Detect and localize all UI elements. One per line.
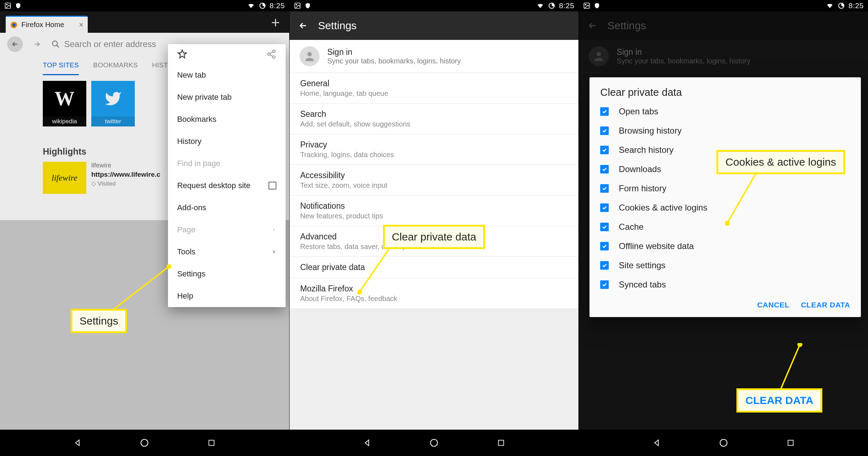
back-button[interactable] — [7, 36, 23, 52]
checkbox-checked-icon[interactable] — [600, 280, 609, 289]
checkbox-checked-icon[interactable] — [600, 126, 609, 135]
settings-item-mozilla-firefox[interactable]: Mozilla FirefoxAbout Firefox, FAQs, feed… — [290, 278, 579, 309]
dialog-option-site-settings[interactable]: Site settings — [589, 256, 861, 275]
checkbox-checked-icon[interactable] — [600, 184, 609, 193]
checkbox-checked-icon[interactable] — [600, 242, 609, 250]
topsite-wikipedia[interactable]: W wikipedia — [43, 81, 86, 126]
menu-item-label: Find in page — [177, 159, 220, 168]
settings-item-sub: Text size, zoom, voice input — [300, 181, 568, 190]
topsite-twitter[interactable]: twitter — [91, 81, 135, 126]
checkbox-checked-icon[interactable] — [600, 223, 609, 231]
topsite-label: wikipedia — [43, 116, 86, 126]
settings-item-general[interactable]: GeneralHome, language, tab queue — [290, 73, 579, 104]
menu-item-new-tab[interactable]: New tab — [168, 64, 286, 86]
battery-icon — [548, 2, 555, 9]
callout-cookies-active-logins: Cookies & active logins — [716, 150, 845, 174]
battery-icon — [838, 2, 845, 9]
checkbox-checked-icon[interactable] — [600, 165, 609, 173]
settings-item-title: Clear private data — [300, 263, 568, 272]
menu-item-help[interactable]: Help — [168, 285, 286, 307]
menu-item-settings[interactable]: Settings — [168, 263, 286, 285]
settings-item-sub: New features, product tips — [300, 212, 568, 220]
star-icon[interactable] — [177, 49, 187, 59]
menu-item-bookmarks[interactable]: Bookmarks — [168, 108, 286, 130]
menu-item-tools[interactable]: Tools — [168, 241, 286, 263]
nav-back-icon[interactable] — [72, 438, 82, 448]
dialog-option-label: Synced tabs — [619, 280, 666, 290]
menu-item-history[interactable]: History — [168, 130, 286, 152]
svg-point-6 — [272, 50, 275, 52]
svg-line-27 — [781, 344, 800, 389]
dialog-title: Clear private data — [589, 87, 861, 102]
settings-item-privacy[interactable]: PrivacyTracking, logins, data choices — [290, 134, 579, 165]
checkbox-checked-icon[interactable] — [600, 203, 609, 212]
dialog-option-open-tabs[interactable]: Open tabs — [589, 102, 861, 121]
back-arrow-icon[interactable] — [298, 21, 308, 31]
nav-back-icon[interactable] — [362, 438, 372, 448]
menu-item-label: Help — [177, 291, 193, 301]
clear-data-button[interactable]: CLEAR DATA — [801, 301, 850, 309]
menu-item-add-ons[interactable]: Add-ons — [168, 197, 286, 219]
tab-top-sites[interactable]: TOP SITES — [43, 61, 79, 75]
android-nav-bar — [290, 430, 579, 456]
sign-in-row[interactable]: Sign in Sync your tabs, bookmarks, login… — [290, 40, 579, 73]
nav-recents-icon[interactable] — [786, 438, 796, 448]
dialog-option-offline-website-data[interactable]: Offline website data — [589, 237, 861, 256]
nav-home-icon[interactable] — [719, 438, 729, 448]
overflow-menu: New tabNew private tabBookmarksHistoryFi… — [168, 44, 286, 307]
settings-item-notifications[interactable]: NotificationsNew features, product tips — [290, 196, 579, 226]
svg-point-11 — [141, 439, 148, 446]
settings-item-clear-private-data[interactable]: Clear private data — [290, 257, 579, 278]
menu-item-label: Tools — [177, 247, 195, 256]
dialog-option-label: Browsing history — [619, 126, 681, 136]
nav-home-icon[interactable] — [139, 438, 149, 448]
settings-item-title: Privacy — [300, 140, 568, 150]
callout-settings: Settings — [71, 309, 127, 333]
checkbox-checked-icon[interactable] — [600, 146, 609, 154]
share-icon[interactable] — [266, 49, 276, 59]
dialog-option-label: Cache — [619, 222, 643, 232]
android-nav-bar — [0, 430, 289, 456]
avatar-icon — [300, 46, 320, 66]
svg-rect-20 — [499, 440, 504, 446]
dialog-option-label: Cookies & active logins — [619, 203, 707, 213]
twitter-icon — [91, 81, 135, 116]
dialog-option-browsing-history[interactable]: Browsing history — [589, 121, 861, 140]
menu-item-request-desktop-site[interactable]: Request desktop site — [168, 175, 286, 197]
checkbox-checked-icon[interactable] — [600, 261, 609, 270]
svg-point-22 — [585, 4, 586, 5]
nav-recents-icon[interactable] — [496, 438, 506, 448]
android-nav-bar — [579, 430, 868, 456]
panel-2-settings: 8:25 Settings Sign in Sync your tabs, bo… — [289, 0, 579, 456]
dialog-option-synced-tabs[interactable]: Synced tabs — [589, 275, 861, 294]
nav-recents-icon[interactable] — [206, 438, 216, 448]
forward-button[interactable] — [29, 36, 45, 52]
chevron-right-icon — [271, 227, 276, 232]
nav-home-icon[interactable] — [429, 438, 439, 448]
menu-item-label: New private tab — [177, 93, 232, 102]
settings-item-search[interactable]: SearchAdd, set default, show suggestions — [290, 104, 579, 134]
svg-point-19 — [430, 439, 438, 446]
settings-item-accessibility[interactable]: AccessibilityText size, zoom, voice inpu… — [290, 165, 579, 196]
chevron-right-icon — [271, 249, 276, 254]
image-icon — [4, 2, 11, 9]
panel-1-firefox-home: 8:25 Firefox Home × + Search or enter ad… — [0, 0, 289, 456]
menu-item-new-private-tab[interactable]: New private tab — [168, 86, 286, 108]
status-bar: 8:25 — [0, 0, 289, 11]
svg-point-8 — [272, 56, 275, 58]
settings-item-title: General — [300, 79, 568, 88]
new-tab-button[interactable]: + — [271, 14, 280, 31]
svg-point-4 — [12, 23, 15, 26]
settings-item-title: Accessibility — [300, 171, 568, 180]
svg-point-28 — [797, 343, 802, 347]
browser-tab[interactable]: Firefox Home × — [6, 16, 88, 33]
nav-back-icon[interactable] — [652, 438, 662, 448]
tab-title: Firefox Home — [21, 21, 75, 29]
svg-line-25 — [727, 171, 757, 223]
checkbox-checked-icon[interactable] — [600, 107, 609, 116]
checkbox-icon[interactable] — [269, 182, 276, 190]
tab-close-icon[interactable]: × — [79, 20, 83, 30]
tab-bookmarks[interactable]: BOOKMARKS — [93, 61, 138, 75]
menu-item-label: Bookmarks — [177, 115, 216, 124]
cancel-button[interactable]: CANCEL — [757, 301, 790, 309]
